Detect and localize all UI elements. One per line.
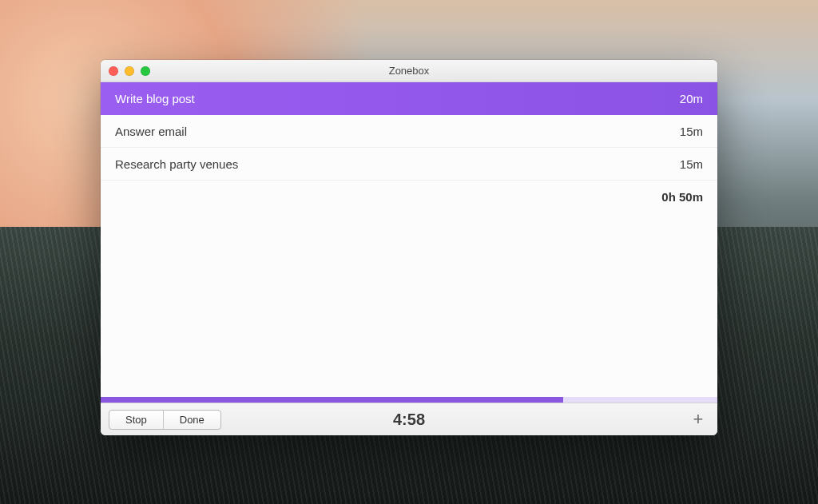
list-spacer [101, 204, 717, 397]
close-icon[interactable] [109, 66, 118, 76]
add-task-button[interactable]: + [687, 408, 709, 431]
zoom-icon[interactable] [141, 66, 150, 76]
plus-icon: + [693, 409, 704, 430]
app-window: Zonebox Write blog post 20m Answer email… [101, 60, 717, 435]
minimize-icon[interactable] [125, 66, 134, 76]
task-list: Write blog post 20m Answer email 15m Res… [101, 82, 717, 397]
progress-fill [101, 397, 563, 403]
desktop-wallpaper: Zonebox Write blog post 20m Answer email… [0, 0, 818, 504]
task-name: Research party venues [115, 157, 238, 171]
window-titlebar[interactable]: Zonebox [101, 60, 717, 82]
task-name: Answer email [115, 125, 187, 138]
segmented-control: Stop Done [109, 410, 221, 430]
toolbar: Stop Done 4:58 + [101, 403, 717, 435]
task-row[interactable]: Research party venues 15m [101, 148, 717, 181]
task-duration: 15m [680, 157, 703, 171]
stop-button[interactable]: Stop [109, 411, 163, 429]
task-row[interactable]: Write blog post 20m [101, 82, 717, 115]
task-name: Write blog post [115, 92, 195, 105]
summary-total-value: 0h 50m [661, 190, 703, 204]
task-row[interactable]: Answer email 15m [101, 115, 717, 148]
task-duration: 20m [680, 92, 703, 105]
done-button[interactable]: Done [163, 411, 220, 429]
progress-bar [101, 397, 717, 403]
summary-total: 0h 50m [101, 181, 717, 204]
traffic-lights [109, 66, 150, 76]
window-title: Zonebox [101, 65, 717, 77]
task-duration: 15m [680, 125, 703, 138]
